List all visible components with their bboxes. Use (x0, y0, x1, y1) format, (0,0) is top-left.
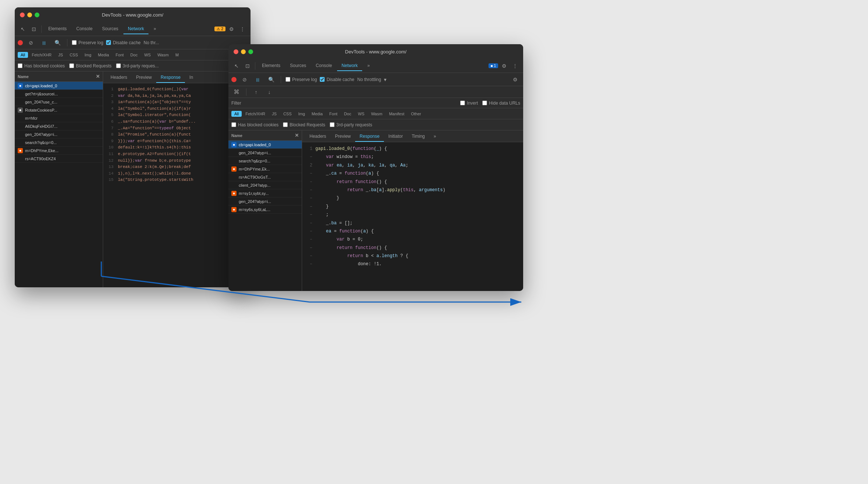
layers-icon-2[interactable]: ⊡ (242, 61, 253, 71)
cursor-icon[interactable]: ↖ (18, 24, 28, 34)
request-item-w2-3[interactable]: ■ m=DhPYme,Ek... (228, 165, 302, 173)
throttle-chevron-2[interactable]: ▾ (384, 77, 386, 83)
third-party-check-2[interactable] (330, 122, 335, 127)
panel-tab-more-2[interactable]: » (429, 131, 441, 142)
invert-check-2[interactable] (460, 101, 465, 105)
search-icon-2[interactable]: 🔍 (266, 74, 276, 85)
tab-sources-1[interactable]: Sources (98, 24, 123, 34)
type-btn-css-1[interactable]: CSS (67, 52, 81, 58)
blocked-cookies-check-1[interactable] (18, 63, 22, 68)
request-item-w2-5[interactable]: client_204?atyp... (228, 181, 302, 189)
disable-cache-checkbox-2[interactable] (320, 77, 325, 82)
request-item-8[interactable]: ■ m=DhPYme,Eke... (15, 147, 103, 155)
type-btn-img-2[interactable]: Img (295, 111, 308, 117)
blocked-requests-check-1[interactable] (69, 63, 74, 68)
panel-tab-initiator-2[interactable]: Initiator (384, 131, 407, 142)
warning-badge-1[interactable]: ⚠ 2 (214, 27, 225, 31)
tab-network-2[interactable]: Network (337, 61, 362, 71)
third-party-label-1[interactable]: 3rd-party reques... (116, 63, 159, 69)
type-btn-media-1[interactable]: Media (95, 52, 112, 58)
tab-console-1[interactable]: Console (72, 24, 97, 34)
close-button-1[interactable] (20, 13, 25, 17)
cursor-icon-2[interactable]: ↖ (231, 61, 242, 71)
request-item-w2-7[interactable]: gen_204?atyp=i... (228, 197, 302, 206)
request-item-w2-8[interactable]: ■ m=sy6s,sy6t,aL... (228, 206, 302, 214)
settings-icon-2[interactable]: ⚙ (499, 61, 509, 71)
preserve-log-label-2[interactable]: Preserve log (286, 77, 317, 82)
filter-icon-2[interactable]: ⫼ (253, 74, 263, 85)
record-button-1[interactable] (18, 40, 23, 45)
type-btn-js-2[interactable]: JS (269, 111, 280, 117)
disable-cache-label-1[interactable]: Disable cache (106, 40, 140, 45)
preserve-log-checkbox-1[interactable] (72, 40, 77, 45)
maximize-button-1[interactable] (35, 13, 39, 17)
blocked-requests-check-2[interactable] (283, 122, 288, 127)
close-button-2[interactable] (234, 49, 238, 54)
panel-tab-headers-1[interactable]: Headers (106, 73, 132, 83)
invert-label-2[interactable]: Invert (460, 101, 478, 106)
hide-data-check-2[interactable] (482, 101, 487, 105)
panel-tab-preview-1[interactable]: Preview (132, 73, 156, 83)
panel-tab-in-1[interactable]: In (185, 73, 197, 83)
blocked-requests-label-2[interactable]: Blocked Requests (283, 122, 325, 127)
request-item-w2-0[interactable]: ■ cb=gapi.loaded_0 (228, 141, 302, 149)
tab-elements-2[interactable]: Elements (258, 61, 285, 71)
panel-tab-timing-2[interactable]: Timing (407, 131, 429, 142)
minimize-button-2[interactable] (241, 49, 246, 54)
wifi-icon-2[interactable]: ⌘ (231, 87, 242, 97)
tab-more-2[interactable]: » (363, 61, 374, 71)
request-item-0[interactable]: ■ cb=gapi.loaded_0 (15, 82, 103, 90)
blocked-requests-label-1[interactable]: Blocked Requests (69, 63, 112, 69)
third-party-check-1[interactable] (116, 63, 121, 68)
type-btn-fetch-1[interactable]: Fetch/XHR (29, 52, 55, 58)
type-btn-all-2[interactable]: All (231, 111, 242, 117)
upload-icon-2[interactable]: ↑ (251, 87, 261, 97)
more-icon-2[interactable]: ⋮ (510, 61, 520, 71)
request-item-9[interactable]: rs=ACT90oEKZ4 (15, 155, 103, 163)
tab-sources-2[interactable]: Sources (286, 61, 311, 71)
request-item-4[interactable]: m=hfcr (15, 114, 103, 122)
request-item-w2-4[interactable]: rs=ACT9OoGsT... (228, 173, 302, 181)
network-settings-icon-2[interactable]: ⚙ (510, 74, 520, 85)
close-panel-icon-1[interactable]: ✕ (96, 74, 100, 79)
request-item-w2-6[interactable]: ■ m=sy1r,sybt,sy... (228, 189, 302, 197)
type-btn-doc-1[interactable]: Doc (127, 52, 141, 58)
type-btn-font-1[interactable]: Font (113, 52, 127, 58)
type-btn-img-1[interactable]: Img (82, 52, 94, 58)
minimize-button-1[interactable] (27, 13, 32, 17)
type-btn-fetch-2[interactable]: Fetch/XHR (242, 111, 268, 117)
panel-tab-headers-2[interactable]: Headers (305, 131, 330, 142)
type-btn-other-2[interactable]: Other (408, 111, 424, 117)
type-btn-css-2[interactable]: CSS (280, 111, 295, 117)
preserve-log-label-1[interactable]: Preserve log (72, 40, 103, 45)
request-item-7[interactable]: search?q&cp=0... (15, 138, 103, 147)
close-panel-icon-2[interactable]: ✕ (295, 133, 299, 138)
maximize-button-2[interactable] (248, 49, 253, 54)
type-btn-wasm-1[interactable]: Wasm (154, 52, 172, 58)
record-button-2[interactable] (231, 77, 237, 82)
more-icon-1[interactable]: ⋮ (237, 24, 248, 34)
filter-icon-1[interactable]: ⫼ (39, 38, 49, 48)
type-btn-wasm-2[interactable]: Wasm (368, 111, 385, 117)
type-btn-js-1[interactable]: JS (55, 52, 66, 58)
search-icon-1[interactable]: 🔍 (52, 38, 63, 48)
request-item-5[interactable]: A6DkqFxHDGI7... (15, 122, 103, 130)
download-icon-2[interactable]: ↓ (264, 87, 274, 97)
request-item-w2-2[interactable]: search?q&cp=0... (228, 157, 302, 165)
blocked-cookies-check-2[interactable] (231, 122, 236, 127)
type-btn-ws-2[interactable]: WS (355, 111, 367, 117)
tab-more-1[interactable]: » (149, 24, 161, 34)
tab-elements-1[interactable]: Elements (44, 24, 71, 34)
panel-tab-preview-2[interactable]: Preview (330, 131, 355, 142)
layers-icon[interactable]: ⊡ (29, 24, 39, 34)
request-item-3[interactable]: ■ RotateCookiesP... (15, 106, 103, 114)
type-btn-ws-1[interactable]: WS (141, 52, 154, 58)
disable-cache-checkbox-1[interactable] (106, 40, 111, 45)
type-btn-all-1[interactable]: All (18, 52, 28, 58)
cancel-icon-2[interactable]: ⊘ (239, 74, 250, 85)
panel-tab-response-2[interactable]: Response (355, 131, 384, 142)
blocked-cookies-label-2[interactable]: Has blocked cookies (231, 122, 279, 127)
tab-network-1[interactable]: Network (123, 24, 148, 34)
disable-cache-label-2[interactable]: Disable cache (320, 77, 354, 82)
panel-tab-response-1[interactable]: Response (156, 73, 185, 83)
